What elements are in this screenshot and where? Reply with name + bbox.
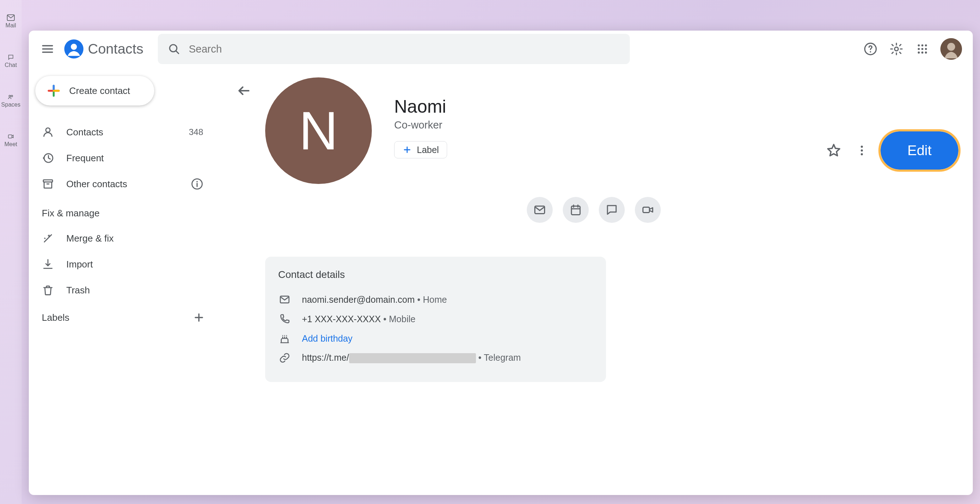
nav-item-contacts[interactable]: Contacts 348 [29,119,220,145]
contact-header: N Naomi Co-worker Label [220,78,973,184]
phone-value: +1 XXX-XXX-XXXX [302,314,381,324]
download-icon [42,258,54,270]
add-birthday-link[interactable]: Add birthday [302,333,352,344]
video-action[interactable] [635,197,661,223]
detail-row-phone[interactable]: +1 XXX-XXX-XXXX • Mobile [278,309,593,329]
plus-multicolor-icon [46,83,61,98]
detail-row-email[interactable]: naomi.sender@domain.com • Home [278,290,593,309]
nav-item-import[interactable]: Import [29,251,220,277]
search-input[interactable] [189,43,620,55]
header-actions [862,38,966,60]
phone-type: Mobile [389,314,416,324]
create-contact-label: Create contact [69,85,130,97]
add-label-button[interactable] [191,310,207,325]
nav-label: Frequent [66,153,104,164]
app-title: Contacts [88,41,143,57]
labels-header: Labels [29,303,220,332]
plus-icon [193,311,205,323]
main-menu-button[interactable] [35,37,60,61]
svg-point-42 [286,335,287,336]
contact-header-actions: Edit [824,132,958,170]
sidebar: Create contact Contacts 348 Frequent Oth… [29,67,220,495]
app-logo[interactable]: Contacts [64,38,143,59]
settings-button[interactable] [888,41,904,57]
search-icon [168,43,180,55]
archive-icon [42,178,54,190]
app-header: Contacts [29,31,973,67]
nav-item-merge[interactable]: Merge & fix [29,225,220,251]
svg-point-15 [921,48,923,50]
svg-point-12 [921,44,923,46]
detail-row-birthday[interactable]: Add birthday [278,329,593,348]
detail-row-link[interactable]: https://t.me/ • Telegram [278,348,593,368]
svg-point-41 [284,335,285,336]
apps-grid-button[interactable] [915,41,930,57]
nav-label: Contacts [66,127,103,138]
more-options-button[interactable] [853,141,871,160]
rail-item-chat[interactable]: Chat [3,54,18,68]
svg-point-14 [918,48,920,50]
calendar-icon [569,203,582,216]
rail-item-meet[interactable]: Meet [3,133,18,147]
rail-label: Chat [5,62,17,68]
contact-subtitle: Co-worker [394,119,447,131]
svg-rect-25 [44,182,51,188]
svg-point-32 [861,153,863,155]
nav-item-frequent[interactable]: Frequent [29,145,220,171]
svg-point-10 [895,47,898,51]
label-chip-text: Label [417,145,439,155]
email-icon [533,203,546,216]
svg-point-22 [46,128,50,132]
trash-icon [42,284,54,296]
background-app-rail: Mail Chat Spaces Meet [0,0,22,504]
history-icon [42,152,54,164]
contact-avatar[interactable]: N [265,78,372,184]
labels-title: Labels [42,312,70,323]
svg-point-17 [918,51,920,54]
contact-name: Naomi [394,96,447,117]
email-action[interactable] [527,197,553,223]
nav-item-other[interactable]: Other contacts [29,171,220,197]
account-avatar[interactable] [940,38,962,60]
search-bar[interactable] [158,34,630,64]
contact-details-card: Contact details naomi.sender@domain.com … [265,257,606,382]
calendar-action[interactable] [563,197,589,223]
help-button[interactable] [862,41,878,57]
nav-label: Trash [66,285,90,296]
edit-button-label: Edit [907,143,931,158]
quick-actions [527,197,697,223]
link-prefix: https://t.me/ [302,352,349,363]
email-icon [278,293,291,306]
svg-point-5 [71,44,77,50]
nav-item-trash[interactable]: Trash [29,277,220,303]
star-button[interactable] [824,141,843,160]
nav-label: Merge & fix [66,233,114,244]
rail-item-mail[interactable]: Mail [3,14,18,29]
wand-icon [42,232,54,244]
contacts-count: 348 [189,127,207,137]
chat-action[interactable] [599,197,625,223]
contact-initial: N [299,100,338,162]
add-label-chip[interactable]: Label [394,141,447,158]
nav-label: Import [66,259,93,270]
star-outline-icon [826,143,842,158]
create-contact-button[interactable]: Create contact [35,76,154,106]
svg-point-2 [11,95,13,97]
email-value: naomi.sender@domain.com [302,295,415,304]
fix-manage-title: Fix & manage [29,197,220,225]
svg-line-7 [176,51,179,54]
svg-point-30 [861,146,863,148]
rail-label: Mail [5,22,16,29]
svg-point-18 [921,51,923,54]
svg-point-13 [925,44,927,46]
rail-item-spaces[interactable]: Spaces [3,94,18,108]
info-icon[interactable] [191,178,207,190]
svg-point-29 [196,181,198,182]
contacts-window: Contacts [29,31,973,495]
redacted-link-value [349,353,476,363]
edit-button[interactable]: Edit [881,132,958,170]
action-row [220,197,973,223]
email-type: Home [423,295,447,304]
svg-point-40 [282,335,283,336]
svg-point-31 [861,149,863,152]
